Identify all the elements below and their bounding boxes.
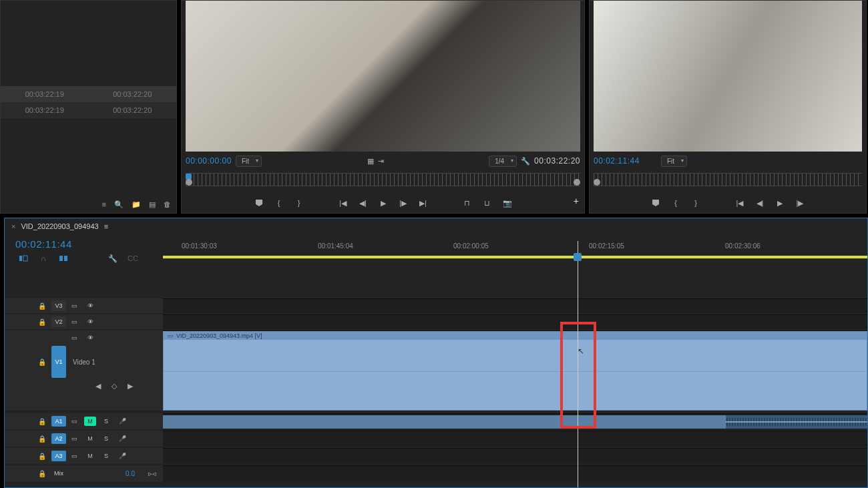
mark-out-icon[interactable]: } [691, 198, 700, 208]
drag-video-icon[interactable]: ⇥ [378, 157, 384, 166]
program-video-preview[interactable] [594, 1, 862, 152]
export-frame-icon[interactable]: 📷 [503, 198, 512, 208]
select-zoom-icon[interactable]: ▦ [367, 157, 374, 166]
source-resolution-dropdown[interactable]: 1/4 [489, 156, 517, 167]
go-to-in-icon[interactable]: |◀ [339, 198, 348, 208]
step-back-icon[interactable]: ◀| [755, 198, 765, 208]
play-icon[interactable]: ▶ [775, 198, 785, 208]
toggle-output-icon[interactable]: 👁 [84, 317, 96, 326]
lock-icon[interactable]: 🔒 [38, 453, 51, 460]
lock-icon[interactable]: 🔒 [38, 470, 51, 477]
add-marker-icon[interactable] [254, 198, 264, 208]
step-forward-icon[interactable]: |▶ [399, 198, 408, 208]
solo-button[interactable]: S [100, 417, 112, 426]
play-icon[interactable]: ▶ [379, 198, 388, 208]
snap-icon[interactable]: ∩ [38, 253, 49, 264]
step-forward-icon[interactable]: |▶ [795, 198, 805, 208]
prev-keyframe-icon[interactable]: ◀ [95, 382, 101, 391]
voice-over-icon[interactable]: 🎤 [116, 417, 128, 426]
media-row[interactable]: 00:03:22:19 00:03:22:20 [1, 86, 176, 102]
settings-icon[interactable]: 🔧 [521, 157, 530, 166]
track-tag[interactable]: V1 [51, 346, 66, 378]
media-row[interactable]: 00:03:22:19 00:03:22:20 [1, 102, 176, 118]
captions-icon[interactable]: CC [128, 253, 138, 264]
sync-lock-icon[interactable]: ▭ [68, 434, 80, 443]
add-marker-icon[interactable] [651, 198, 660, 208]
sync-lock-icon[interactable]: ▭ [68, 301, 80, 310]
insert-icon[interactable]: ⊓ [463, 198, 472, 208]
mark-out-icon[interactable]: } [294, 198, 304, 208]
video-clip[interactable]: ▭ VID_20220903_094943.mp4 [V] [163, 331, 867, 411]
sequence-tab[interactable]: × VID_20220903_094943 ≡ [11, 222, 108, 230]
program-tc-left[interactable]: 00:02:11:44 [594, 156, 640, 166]
linked-selection-icon[interactable] [58, 253, 69, 264]
sync-lock-icon[interactable]: ▭ [68, 417, 80, 426]
solo-button[interactable]: S [100, 451, 112, 461]
trash-icon[interactable]: 🗑 [164, 200, 171, 209]
project-footer-icons: ≡ 🔍 📁 ▤ 🗑 [102, 200, 171, 209]
collapse-icon[interactable]: ▹◃ [148, 469, 156, 478]
search-icon[interactable]: 🔍 [114, 200, 124, 209]
next-keyframe-icon[interactable]: ▶ [128, 382, 133, 391]
track-label: Video 1 [73, 358, 95, 366]
button-editor-icon[interactable]: + [574, 196, 579, 206]
go-to-out-icon[interactable]: ▶| [419, 198, 428, 208]
video-track-v2[interactable]: 🔒 V2 ▭ 👁 [5, 314, 867, 329]
track-tag[interactable]: V2 [51, 316, 66, 327]
audio-track-a3[interactable]: 🔒 A3 ▭ M S 🎤 [5, 448, 867, 464]
new-bin-icon[interactable]: 📁 [132, 200, 141, 209]
track-tag[interactable]: A1 [51, 416, 66, 427]
mix-value[interactable]: 0.0 [126, 470, 135, 477]
video-track-v3[interactable]: 🔒 V3 ▭ 👁 [5, 298, 867, 313]
track-tag[interactable]: A2 [51, 433, 66, 444]
ruler-end-handle[interactable] [574, 179, 580, 186]
sync-lock-icon[interactable]: ▭ [68, 451, 80, 461]
new-item-icon[interactable]: ▤ [149, 200, 156, 209]
toggle-output-icon[interactable]: 👁 [84, 333, 96, 342]
time-ruler[interactable]: 00:01:30:03 00:01:45:04 00:02:00:05 00:0… [163, 242, 867, 262]
mute-button[interactable]: M [84, 451, 96, 461]
playhead-head[interactable] [574, 253, 582, 261]
wrench-settings-icon[interactable]: 🔧 [107, 253, 118, 264]
lock-icon[interactable]: 🔒 [38, 302, 51, 310]
svg-rect-2 [59, 256, 63, 261]
lock-icon[interactable]: 🔒 [38, 358, 51, 366]
step-back-icon[interactable]: ◀| [359, 198, 368, 208]
source-ruler[interactable] [186, 173, 580, 186]
overwrite-icon[interactable]: ⊔ [483, 198, 492, 208]
sync-lock-icon[interactable]: ▭ [68, 317, 80, 326]
audio-clip-segment[interactable] [163, 415, 726, 429]
timeline-timecode[interactable]: 00:02:11:44 [15, 238, 72, 250]
source-zoom-dropdown[interactable]: Fit [236, 156, 262, 167]
voice-over-icon[interactable]: 🎤 [116, 434, 128, 443]
go-to-in-icon[interactable]: |◀ [735, 198, 744, 208]
track-tag[interactable]: A3 [51, 451, 66, 461]
mark-in-icon[interactable]: { [274, 198, 284, 208]
mark-in-icon[interactable]: { [671, 198, 680, 208]
program-ruler[interactable] [594, 173, 862, 186]
lock-icon[interactable]: 🔒 [38, 435, 51, 443]
source-video-preview[interactable] [186, 1, 580, 152]
video-track-v1[interactable]: ▭ 👁 🔒 V1 Video 1 ◀ ◇ ▶ ▭ [5, 330, 867, 411]
solo-button[interactable]: S [100, 434, 112, 443]
ruler-start-handle[interactable] [594, 179, 600, 186]
voice-over-icon[interactable]: 🎤 [116, 451, 128, 461]
audio-track-a1[interactable]: 🔒 A1 ▭ M S 🎤 [5, 413, 867, 429]
panel-menu-icon[interactable]: ≡ [104, 222, 108, 230]
mix-track[interactable]: 🔒 Mix 0.0 ▹◃ [5, 465, 867, 481]
insert-sequence-icon[interactable] [18, 253, 29, 264]
mute-button[interactable]: M [84, 434, 96, 443]
lock-icon[interactable]: 🔒 [38, 318, 51, 326]
timeline-panel: × VID_20220903_094943 ≡ 00:02:11:44 ∩ 🔧 … [4, 218, 868, 488]
lock-icon[interactable]: 🔒 [38, 418, 51, 425]
ruler-start-handle[interactable] [186, 179, 192, 186]
list-view-icon[interactable]: ≡ [102, 200, 106, 209]
track-tag[interactable]: V3 [51, 300, 66, 311]
mute-button[interactable]: M [84, 417, 96, 426]
audio-track-a2[interactable]: 🔒 A2 ▭ M S 🎤 [5, 431, 867, 447]
sync-lock-icon[interactable]: ▭ [68, 333, 80, 342]
program-zoom-dropdown[interactable]: Fit [661, 156, 687, 167]
toggle-output-icon[interactable]: 👁 [84, 301, 96, 310]
source-tc-left[interactable]: 00:00:00:00 [186, 156, 232, 166]
add-keyframe-icon[interactable]: ◇ [112, 382, 117, 391]
